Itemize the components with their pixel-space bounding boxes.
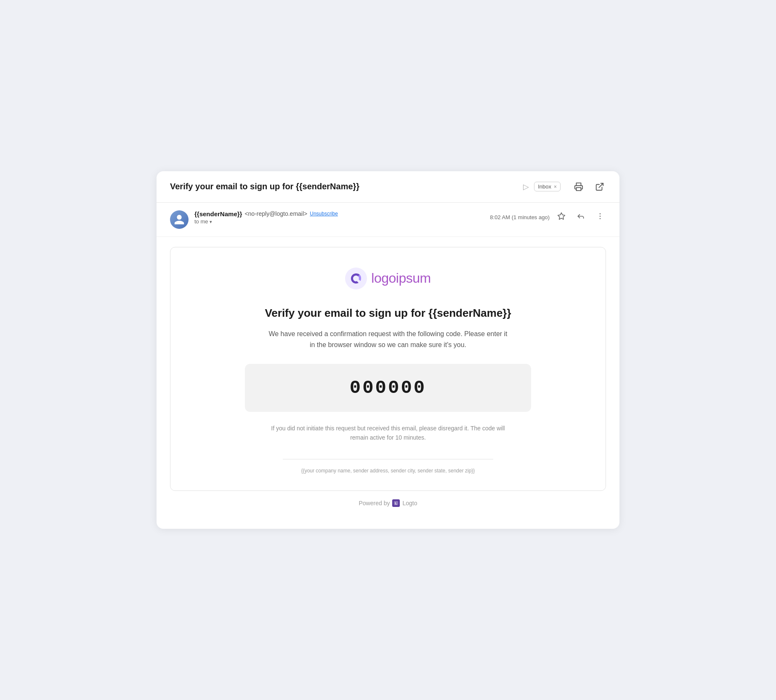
- sender-row: {{senderName}} <no-reply@logto.email> Un…: [157, 203, 619, 237]
- email-client: Verify your email to sign up for {{sende…: [157, 171, 619, 529]
- print-button[interactable]: [572, 180, 585, 193]
- meta-icons: [555, 210, 606, 224]
- code-box: 000000: [245, 364, 531, 412]
- sender-info: {{senderName}} <no-reply@logto.email> Un…: [194, 210, 484, 225]
- email-description: We have received a confirmation request …: [266, 329, 510, 350]
- logo-text: logoipsum: [371, 270, 431, 286]
- more-options-button[interactable]: [594, 210, 606, 224]
- svg-point-6: [345, 268, 367, 289]
- email-subject: Verify your email to sign up for {{sende…: [170, 182, 518, 191]
- logo-text-light: ipsum: [396, 270, 431, 286]
- reply-button[interactable]: [575, 210, 587, 224]
- inbox-label-chip[interactable]: Inbox ×: [534, 182, 561, 191]
- label-arrow-icon: ▷: [523, 182, 529, 191]
- verification-code: 000000: [350, 377, 426, 398]
- header-actions: [572, 180, 606, 193]
- email-body: logoipsum Verify your email to sign up f…: [157, 237, 619, 529]
- company-logo-icon: [345, 268, 367, 289]
- unsubscribe-link[interactable]: Unsubscribe: [310, 211, 338, 217]
- svg-point-5: [600, 218, 601, 219]
- svg-point-3: [600, 213, 601, 215]
- inbox-label-text: Inbox: [538, 183, 551, 190]
- logo-text-bold: logo: [371, 270, 396, 286]
- email-card: logoipsum Verify your email to sign up f…: [170, 247, 606, 491]
- avatar: [170, 210, 189, 229]
- footer-address: {{your company name, sender address, sen…: [196, 468, 580, 474]
- popout-button[interactable]: [593, 180, 606, 193]
- to-me[interactable]: to me ▾: [194, 218, 484, 225]
- sender-name: {{senderName}}: [194, 210, 242, 217]
- logto-brand-text: Logto: [402, 500, 417, 506]
- sender-name-line: {{senderName}} <no-reply@logto.email> Un…: [194, 210, 484, 217]
- svg-point-4: [600, 215, 601, 217]
- svg-marker-2: [558, 212, 565, 219]
- timestamp: 8:02 AM (1 minutes ago): [490, 214, 550, 220]
- logto-logo-icon: L: [392, 499, 400, 507]
- email-content-title: Verify your email to sign up for {{sende…: [196, 306, 580, 321]
- logo-area: logoipsum: [196, 268, 580, 289]
- svg-rect-0: [577, 187, 581, 190]
- to-me-dropdown-icon: ▾: [210, 219, 212, 224]
- svg-text:L: L: [395, 501, 397, 505]
- svg-line-1: [599, 183, 603, 187]
- email-note: If you did not initiate this request but…: [266, 424, 510, 443]
- powered-by-footer: Powered by L Logto: [170, 491, 606, 515]
- inbox-label-close[interactable]: ×: [554, 184, 557, 190]
- powered-by-text: Powered by: [359, 500, 390, 506]
- email-card-inner: logoipsum Verify your email to sign up f…: [170, 247, 606, 491]
- star-button[interactable]: [555, 210, 567, 224]
- sender-row-right: 8:02 AM (1 minutes ago): [490, 210, 606, 224]
- email-header: Verify your email to sign up for {{sende…: [157, 171, 619, 203]
- content-divider: [283, 459, 493, 459]
- sender-email: <no-reply@logto.email>: [244, 210, 307, 217]
